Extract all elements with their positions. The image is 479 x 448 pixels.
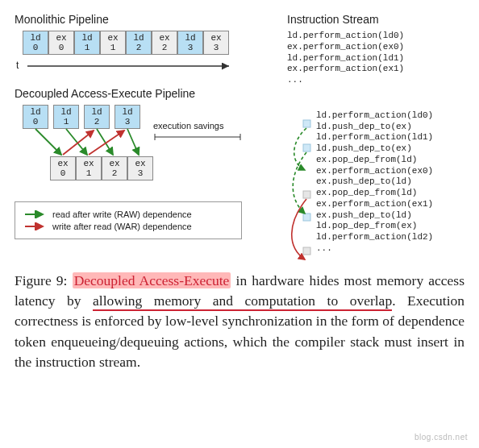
svg-line-6 xyxy=(97,129,113,155)
figure-caption: Figure 9: Decoupled Access-Execute in ha… xyxy=(15,271,464,373)
dae-ex-row: ex0 ex1 ex2 ex3 xyxy=(50,156,153,180)
pipeline-cell: ex3 xyxy=(127,156,153,180)
caption-highlight: Decoupled Access-Execute xyxy=(73,272,231,288)
pipeline-cell: ld3 xyxy=(177,31,203,55)
svg-rect-12 xyxy=(303,120,310,127)
dependence-legend: read after write (RAW) dependence write … xyxy=(15,201,242,239)
sync-arrows-icon xyxy=(282,118,314,272)
istream-title: Instruction Stream xyxy=(287,13,464,26)
svg-line-8 xyxy=(63,131,94,155)
pipeline-cell: ld2 xyxy=(126,31,152,55)
legend-raw-label: read after write (RAW) dependence xyxy=(52,209,192,219)
svg-line-5 xyxy=(66,129,87,155)
pipeline-cell: ex1 xyxy=(100,31,126,55)
time-axis: t xyxy=(21,60,273,73)
istream2-code: ld.perform_action(ld0) ld.push_dep_to(ex… xyxy=(316,110,464,255)
pipeline-cell: ld1 xyxy=(74,31,100,55)
pipeline-cell: ex2 xyxy=(152,31,177,55)
dae-ld-row: ld0 ld1 ld2 ld3 xyxy=(23,105,145,129)
istream-code: ld.perform_action(ld0) ex.perform_action… xyxy=(287,31,464,86)
pipeline-cell: ld3 xyxy=(115,105,140,129)
monolithic-title: Monolithic Pipeline xyxy=(15,13,273,26)
monolithic-cells: ld0 ex0 ld1 ex1 ld2 ex2 ld3 ex3 xyxy=(23,31,273,55)
pipeline-cell: ex0 xyxy=(50,156,76,180)
dae-title: Decoupled Access-Execute Pipeline xyxy=(15,87,273,100)
pipeline-cell: ld1 xyxy=(53,105,79,129)
svg-line-4 xyxy=(35,129,61,155)
pipeline-cell: ex2 xyxy=(102,156,127,180)
pipeline-cell: ld2 xyxy=(84,105,110,129)
caption-underline: allowing memory and computation to overl… xyxy=(93,292,392,311)
svg-rect-16 xyxy=(303,247,310,255)
svg-rect-14 xyxy=(303,214,310,221)
war-arrow-icon xyxy=(23,222,46,230)
pipeline-cell: ex3 xyxy=(203,31,229,55)
figure-label: Figure 9: xyxy=(15,272,67,288)
legend-war-label: write after read (WAR) dependence xyxy=(52,222,192,231)
svg-rect-15 xyxy=(303,191,310,198)
pipeline-cell: ld0 xyxy=(23,105,48,129)
raw-arrow-icon xyxy=(23,210,46,218)
pipeline-cell: ld0 xyxy=(23,31,48,55)
pipeline-cell: ex1 xyxy=(76,156,102,180)
svg-line-9 xyxy=(89,131,124,155)
pipeline-cell: ex0 xyxy=(48,31,74,55)
svg-line-7 xyxy=(127,129,139,155)
svg-rect-13 xyxy=(303,144,310,151)
execution-savings-label: execution savings xyxy=(153,121,242,142)
